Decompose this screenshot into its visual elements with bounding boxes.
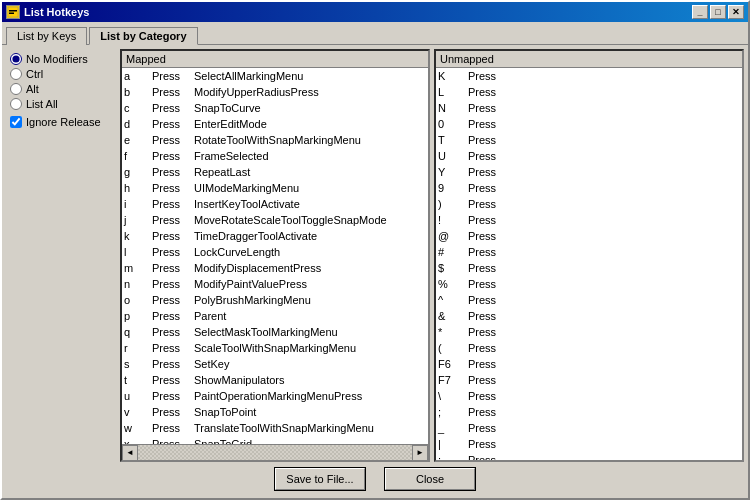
mapped-list-row[interactable]: jPressMoveRotateScaleToolToggleSnapMode (122, 212, 428, 228)
mapped-list-row[interactable]: hPressUIModeMarkingMenu (122, 180, 428, 196)
mapped-list-row[interactable]: tPressShowManipulators (122, 372, 428, 388)
main-window: List Hotkeys _ □ ✕ List by Keys List by … (0, 0, 750, 500)
row-key: v (124, 406, 152, 418)
unmapped-list-row[interactable]: #Press (436, 244, 742, 260)
row-action: Press (152, 198, 194, 210)
unmapped-panel-scroll[interactable]: KPressLPressNPress0PressTPressUPressYPre… (436, 68, 742, 460)
close-button-bottom[interactable]: Close (385, 468, 475, 490)
u-row-key: 0 (438, 118, 468, 130)
unmapped-list-row[interactable]: *Press (436, 324, 742, 340)
row-key: l (124, 246, 152, 258)
unmapped-list-row[interactable]: ^Press (436, 292, 742, 308)
mapped-list-row[interactable]: bPressModifyUpperRadiusPress (122, 84, 428, 100)
u-row-key: ^ (438, 294, 468, 306)
u-row-action: Press (468, 182, 740, 194)
radio-no-modifiers[interactable]: No Modifiers (10, 53, 112, 65)
u-row-key: $ (438, 262, 468, 274)
row-key: f (124, 150, 152, 162)
unmapped-list-row[interactable]: $Press (436, 260, 742, 276)
unmapped-list-row[interactable]: \Press (436, 388, 742, 404)
mapped-list-row[interactable]: iPressInsertKeyToolActivate (122, 196, 428, 212)
unmapped-list-row[interactable]: 0Press (436, 116, 742, 132)
unmapped-list-row[interactable]: )Press (436, 196, 742, 212)
mapped-list-row[interactable]: dPressEnterEditMode (122, 116, 428, 132)
unmapped-list-row[interactable]: :Press (436, 452, 742, 460)
row-action: Press (152, 230, 194, 242)
mapped-list-row[interactable]: aPressSelectAllMarkingMenu (122, 68, 428, 84)
u-row-action: Press (468, 102, 740, 114)
tab-by-category[interactable]: List by Category (89, 27, 197, 45)
mapped-list-row[interactable]: uPressPaintOperationMarkingMenuPress (122, 388, 428, 404)
row-command: RotateToolWithSnapMarkingMenu (194, 134, 426, 146)
unmapped-list-row[interactable]: !Press (436, 212, 742, 228)
mapped-panel-header: Mapped (122, 51, 428, 68)
unmapped-list-row[interactable]: &Press (436, 308, 742, 324)
unmapped-list-row[interactable]: @Press (436, 228, 742, 244)
scroll-right-btn[interactable]: ► (412, 445, 428, 461)
mapped-h-scrollbar[interactable]: ◄ ► (122, 444, 428, 460)
radio-list-all[interactable]: List All (10, 98, 112, 110)
maximize-button[interactable]: □ (710, 5, 726, 19)
row-key: p (124, 310, 152, 322)
mapped-list-row[interactable]: wPressTranslateToolWithSnapMarkingMenu (122, 420, 428, 436)
mapped-list-row[interactable]: sPressSetKey (122, 356, 428, 372)
mapped-list-row[interactable]: gPressRepeatLast (122, 164, 428, 180)
mapped-list-row[interactable]: nPressModifyPaintValuePress (122, 276, 428, 292)
mapped-list-row[interactable]: fPressFrameSelected (122, 148, 428, 164)
unmapped-list-row[interactable]: ;Press (436, 404, 742, 420)
mapped-list-row[interactable]: rPressScaleToolWithSnapMarkingMenu (122, 340, 428, 356)
unmapped-list-row[interactable]: |Press (436, 436, 742, 452)
unmapped-list-row[interactable]: F6Press (436, 356, 742, 372)
mapped-list-row[interactable]: qPressSelectMaskToolMarkingMenu (122, 324, 428, 340)
u-row-key: F7 (438, 374, 468, 386)
mapped-list-row[interactable]: lPressLockCurveLength (122, 244, 428, 260)
unmapped-list-row[interactable]: (Press (436, 340, 742, 356)
radio-alt[interactable]: Alt (10, 83, 112, 95)
unmapped-list-row[interactable]: YPress (436, 164, 742, 180)
u-row-action: Press (468, 374, 740, 386)
row-action: Press (152, 70, 194, 82)
mapped-list-row[interactable]: kPressTimeDraggerToolActivate (122, 228, 428, 244)
tab-by-keys[interactable]: List by Keys (6, 27, 87, 45)
unmapped-list-row[interactable]: 9Press (436, 180, 742, 196)
unmapped-list-row[interactable]: F7Press (436, 372, 742, 388)
unmapped-list-row[interactable]: TPress (436, 132, 742, 148)
row-key: u (124, 390, 152, 402)
mapped-list-row[interactable]: pPressParent (122, 308, 428, 324)
row-action: Press (152, 102, 194, 114)
mapped-list-row[interactable]: ePressRotateToolWithSnapMarkingMenu (122, 132, 428, 148)
unmapped-list-row[interactable]: _Press (436, 420, 742, 436)
mapped-list-row[interactable]: xPressSnapToGrid (122, 436, 428, 444)
mapped-list-row[interactable]: mPressModifyDisplacementPress (122, 260, 428, 276)
unmapped-list-row[interactable]: %Press (436, 276, 742, 292)
unmapped-list-row[interactable]: LPress (436, 84, 742, 100)
row-command: SnapToCurve (194, 102, 426, 114)
row-action: Press (152, 246, 194, 258)
u-row-key: K (438, 70, 468, 82)
close-button[interactable]: ✕ (728, 5, 744, 19)
modifier-radio-group: No Modifiers Ctrl Alt List All (10, 53, 112, 110)
minimize-button[interactable]: _ (692, 5, 708, 19)
u-row-key: ) (438, 198, 468, 210)
unmapped-list-row[interactable]: KPress (436, 68, 742, 84)
u-row-key: * (438, 326, 468, 338)
scroll-left-btn[interactable]: ◄ (122, 445, 138, 461)
mapped-list-row[interactable]: oPressPolyBrushMarkingMenu (122, 292, 428, 308)
row-key: j (124, 214, 152, 226)
row-key: t (124, 374, 152, 386)
radio-ctrl[interactable]: Ctrl (10, 68, 112, 80)
u-row-key: : (438, 454, 468, 460)
unmapped-list-row[interactable]: UPress (436, 148, 742, 164)
mapped-list-row[interactable]: cPressSnapToCurve (122, 100, 428, 116)
row-action: Press (152, 118, 194, 130)
u-row-action: Press (468, 358, 740, 370)
unmapped-list-row[interactable]: NPress (436, 100, 742, 116)
row-action: Press (152, 150, 194, 162)
u-row-action: Press (468, 118, 740, 130)
u-row-key: Y (438, 166, 468, 178)
ignore-release-checkbox[interactable]: Ignore Release (10, 116, 112, 128)
mapped-list-row[interactable]: vPressSnapToPoint (122, 404, 428, 420)
save-to-file-button[interactable]: Save to File... (275, 468, 365, 490)
mapped-panel-scroll[interactable]: aPressSelectAllMarkingMenubPressModifyUp… (122, 68, 428, 444)
u-row-action: Press (468, 278, 740, 290)
